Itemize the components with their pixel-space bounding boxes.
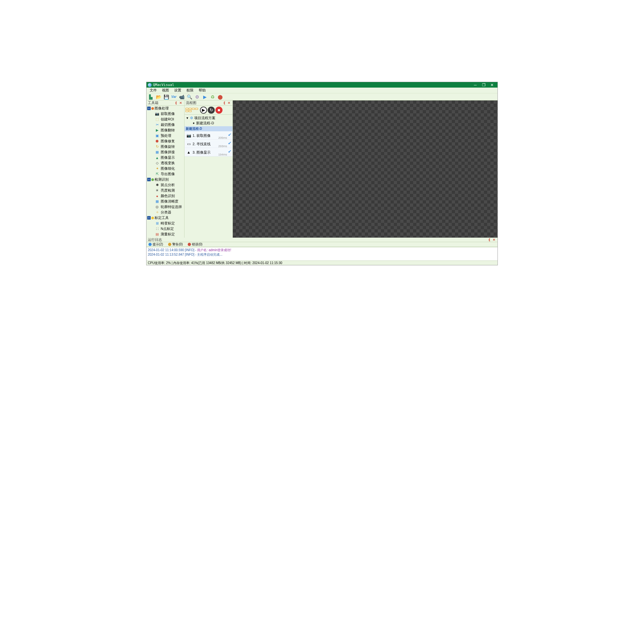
flow-run-once-button[interactable]: ▶ — [200, 107, 207, 114]
app-title: QMacVisual — [153, 83, 471, 87]
tool-item[interactable]: ⬢ 图像修复 — [147, 138, 184, 144]
flow-step[interactable]: ▲ 3. 图像显示 194ms ✔ — [185, 148, 232, 156]
loop-run-button[interactable]: ♻ — [209, 94, 216, 100]
menubar: 文件 视图 设置 权限 帮助 — [147, 88, 497, 93]
step-label: 3. 图像显示 — [193, 150, 211, 155]
close-icon[interactable]: ✕ — [227, 101, 231, 105]
stop-button[interactable]: ⬤ — [217, 94, 224, 100]
toolbox-category[interactable]: − 标定工具 — [147, 215, 184, 221]
menu-view[interactable]: 视图 — [160, 88, 171, 93]
tool-label: N点标定 — [161, 226, 174, 231]
flow-tree: ▾ ⚙ 项目流程方案 ➧ 新建流程-D — [185, 115, 232, 126]
tool-item[interactable]: ▦ 图像拼接 — [147, 149, 184, 155]
collapse-icon[interactable]: − — [147, 216, 151, 220]
open-button[interactable]: 📂 — [155, 94, 162, 100]
flow-nodes-icon[interactable] — [185, 106, 199, 114]
tool-item[interactable]: ☀ 亮度检测 — [147, 188, 184, 193]
category-label: 检测识别 — [155, 177, 169, 182]
var-button[interactable]: Var — [170, 94, 177, 100]
collapse-icon[interactable]: − — [147, 178, 151, 181]
step-icon: ▭ — [186, 142, 191, 146]
tool-icon: ☀ — [155, 188, 159, 193]
toolbox-title: 工具箱 — [148, 100, 158, 105]
flow-step[interactable]: ▭ 2. 寻找直线 293ms ✔ — [185, 140, 232, 148]
log-tab[interactable]: 提示(2) — [148, 242, 163, 247]
tool-item[interactable]: ▦ 图像清晰度 — [147, 199, 184, 204]
restore-button[interactable]: ❐ — [479, 82, 488, 88]
close-icon[interactable]: ✕ — [178, 101, 183, 105]
flow-loop-button[interactable]: ↻ — [208, 107, 215, 114]
log-tab[interactable]: 错误(0) — [188, 242, 202, 247]
step-time: 293ms — [218, 145, 227, 148]
tool-item[interactable]: ⇱ 导出图像 — [147, 171, 184, 177]
toolbox-header: 工具箱 ⟪ ✕ — [147, 100, 184, 106]
pin-icon[interactable]: ⟪ — [487, 238, 492, 242]
tool-label: 图像修复 — [161, 139, 175, 144]
camera-settings-button[interactable]: 📹 — [178, 94, 185, 100]
tool-item[interactable]: ▤ 测量标定 — [147, 232, 184, 237]
menu-help[interactable]: 帮助 — [197, 88, 208, 93]
tool-icon: ✱ — [155, 183, 159, 187]
tool-label: 图像清晰度 — [161, 199, 178, 204]
new-button[interactable]: ▙ — [147, 94, 154, 100]
tool-item[interactable]: ▣ 预处理 — [147, 133, 184, 138]
tool-label: 导出图像 — [161, 172, 175, 176]
log-timestamp: 2024-01-02 11:13:52.847 [INFO] - — [148, 253, 197, 256]
save-button[interactable]: 💾 — [163, 94, 170, 100]
statusbar: CPU使用率: 2% | 内存使用率: 41%(已用 13482 MB/共 32… — [147, 260, 497, 265]
tool-item[interactable]: ● 颜色识别 — [147, 193, 184, 199]
tool-icon: ◇ — [155, 161, 159, 166]
tool-item[interactable]: ✱ 斑点分析 — [147, 182, 184, 188]
config-button[interactable]: ⚙ — [194, 94, 201, 100]
image-canvas[interactable] — [233, 100, 497, 238]
image-source-button[interactable]: 🔍 — [186, 94, 193, 100]
category-dot-icon — [151, 107, 154, 110]
menu-settings[interactable]: 设置 — [172, 88, 183, 93]
tool-item[interactable]: ▲ 图像显示 — [147, 155, 184, 160]
tree-child[interactable]: ➧ 新建流程-D — [186, 120, 231, 126]
application-window: QMacVisual ─ ❐ ✕ 文件 视图 设置 权限 帮助 ▙ 📂 💾 Va… — [146, 82, 498, 265]
tree-root[interactable]: ▾ ⚙ 项目流程方案 — [186, 115, 231, 120]
tool-icon: ▲ — [155, 156, 159, 160]
log-timestamp: 2024-01-02 11:14:00.590 [INFO] - — [148, 248, 197, 252]
tool-item[interactable]: ✦ 图像细化 — [147, 166, 184, 171]
tool-item[interactable]: 📷 获取图像 — [147, 111, 184, 117]
tool-icon: ▦ — [155, 199, 159, 204]
log-body[interactable]: 2024-01-02 11:14:00.590 [INFO] - 用户名: ad… — [147, 247, 497, 260]
flow-step[interactable]: 📷 1. 获取图像 205ms ✔ — [185, 131, 232, 140]
close-icon[interactable]: ✕ — [492, 238, 496, 242]
tool-item[interactable]: ▶ 图像翻转 — [147, 128, 184, 133]
tool-item[interactable]: ⊞ 畸变标定 — [147, 221, 184, 226]
log-message: 用户名: admin登录成功! — [197, 248, 231, 252]
tool-item[interactable]: ✂ 裁切图像 — [147, 122, 184, 128]
toolbox-category[interactable]: − 检测识别 — [147, 177, 184, 182]
tool-icon: ✂ — [155, 123, 159, 127]
toolbox-panel: 工具箱 ⟪ ✕ − 图像处理📷 获取图像⬚ 创建ROI✂ 裁切图像▶ 图像翻转▣… — [147, 100, 185, 238]
minimize-button[interactable]: ─ — [471, 82, 479, 88]
tool-item[interactable]: ↻ 图像旋转 — [147, 144, 184, 149]
log-line: 2024-01-02 11:13:52.847 [INFO] - 主程序启动完成… — [148, 252, 496, 257]
menu-permission[interactable]: 权限 — [185, 88, 195, 93]
flow-stop-button[interactable]: ■ — [215, 107, 223, 114]
tool-icon: ◎ — [155, 205, 159, 209]
status-text: CPU使用率: 2% | 内存使用率: 41%(已用 13482 MB/共 32… — [148, 261, 282, 265]
tool-icon: 📷 — [155, 112, 159, 116]
tool-item[interactable]: ✧ 分类器 — [147, 210, 184, 215]
log-tab-label: 提示(2) — [153, 242, 163, 247]
toolbox-category[interactable]: − 图像处理 — [147, 106, 184, 111]
step-icon: 📷 — [186, 133, 191, 138]
tool-item[interactable]: ⬚ 创建ROI — [147, 117, 184, 122]
log-tab[interactable]: 警告(0) — [168, 242, 183, 247]
collapse-icon[interactable]: − — [147, 107, 151, 110]
pin-icon[interactable]: ⟪ — [222, 101, 227, 105]
bullet-icon — [148, 243, 152, 246]
collapse-icon[interactable]: ▾ — [186, 116, 189, 120]
tool-item[interactable]: ◎ 轮廓特征选择 — [147, 204, 184, 210]
run-once-button[interactable]: ▶ — [201, 94, 208, 100]
close-window-button[interactable]: ✕ — [488, 82, 496, 88]
pin-icon[interactable]: ⟪ — [174, 101, 178, 105]
log-tabs: 提示(2) 警告(0) 错误(0) — [147, 242, 497, 247]
tool-item[interactable]: ◇ 透视变换 — [147, 160, 184, 166]
tool-item[interactable]: ⸬ N点标定 — [147, 226, 184, 232]
menu-file[interactable]: 文件 — [148, 88, 159, 93]
